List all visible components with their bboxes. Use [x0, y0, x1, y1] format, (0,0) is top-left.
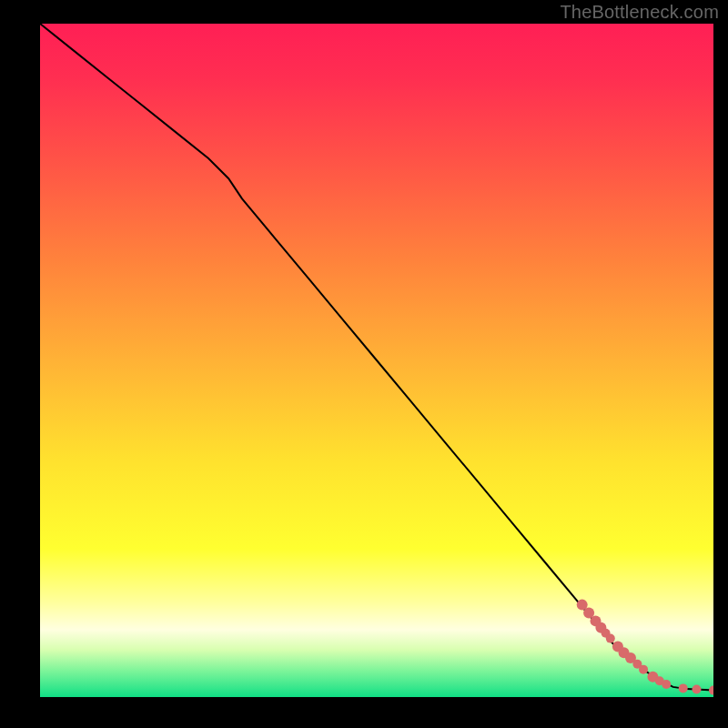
bottleneck-chart: [40, 24, 713, 697]
watermark-text: TheBottleneck.com: [560, 2, 719, 23]
marker-dot: [606, 634, 615, 643]
marker-dot: [639, 665, 648, 674]
marker-dot: [693, 684, 702, 693]
marker-dot: [679, 683, 688, 693]
plot-area: [40, 24, 713, 697]
marker-dot: [662, 680, 671, 689]
chart-frame: TheBottleneck.com: [0, 0, 728, 728]
